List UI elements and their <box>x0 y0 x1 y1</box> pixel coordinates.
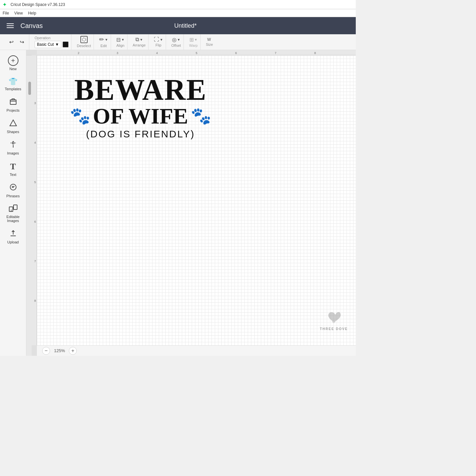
svg-rect-1 <box>10 100 16 104</box>
edit-group: ✏ ▼ Edit <box>97 34 111 50</box>
canvas-label: Canvas <box>20 22 100 30</box>
main-area: + New 👕 Templates Projects Shap <box>0 50 356 356</box>
scroll-track <box>26 55 32 356</box>
canvas-content[interactable]: BEWARE 🐾 OF WIFE 🐾 (DOG IS FRIENDLY) <box>70 75 211 140</box>
menu-file[interactable]: File <box>3 11 9 15</box>
sidebar-item-new[interactable]: + New <box>0 53 26 73</box>
sidebar-item-text[interactable]: T Text <box>0 159 26 179</box>
warp-group: ⊞ ▼ Warp <box>186 34 201 50</box>
text-of-wife: OF WIFE <box>93 105 188 127</box>
ruler-tick-v-3: 3 <box>34 101 36 105</box>
sidebar-item-new-label: New <box>9 67 16 71</box>
operation-label: Operation <box>35 36 69 40</box>
watermark-brand-name: THREE DOVE <box>320 327 348 331</box>
toolbar: ↩ ↪ Operation Basic Cut ▼ Deselect <box>0 34 356 50</box>
sidebar-item-editable-images[interactable]: Editable Images <box>0 202 26 225</box>
sidebar-item-upload[interactable]: Upload <box>0 227 26 247</box>
align-label: Align <box>116 43 124 47</box>
shapes-icon <box>9 119 17 129</box>
operation-value: Basic Cut <box>37 42 54 47</box>
sidebar-item-images[interactable]: Images <box>0 138 26 158</box>
zoom-in-button[interactable]: + <box>69 347 77 355</box>
arrange-button[interactable]: ⧉ <box>135 37 139 42</box>
warp-dropdown-arrow[interactable]: ▼ <box>194 38 198 42</box>
svg-rect-10 <box>14 205 17 210</box>
text-line-wife-row[interactable]: 🐾 OF WIFE 🐾 <box>70 105 211 127</box>
vertical-scrollbar-track[interactable] <box>26 50 32 356</box>
offset-button[interactable]: ◎ <box>172 37 177 43</box>
menu-view[interactable]: View <box>14 11 23 15</box>
ruler-tick-7: 7 <box>275 51 276 55</box>
flip-group: ⛶ ▼ Flip <box>151 34 166 50</box>
sidebar-item-images-label: Images <box>7 151 19 155</box>
paw-right-icon: 🐾 <box>191 108 211 124</box>
offset-label: Offset <box>171 43 181 47</box>
paw-left-icon: 🐾 <box>70 108 90 124</box>
hamburger-line <box>7 23 14 24</box>
arrange-label: Arrange <box>133 43 146 47</box>
deselect-button[interactable] <box>80 36 88 43</box>
flip-button[interactable]: ⛶ <box>154 37 159 42</box>
deselect-group: Deselect <box>74 34 94 50</box>
ruler-tick-2: 2 <box>78 51 79 55</box>
edit-label: Edit <box>100 44 107 48</box>
sidebar-item-phrases-label: Phrases <box>6 194 19 198</box>
flip-dropdown-arrow[interactable]: ▼ <box>160 38 163 42</box>
app-logo: ✦ <box>3 2 7 7</box>
ruler-corner <box>32 50 37 55</box>
sidebar-item-phrases[interactable]: Phrases <box>0 181 26 201</box>
hamburger-line <box>7 25 14 26</box>
sidebar-item-editable-images-label: Editable Images <box>1 215 25 223</box>
text-line-dog[interactable]: (DOG IS FRIENDLY) <box>86 128 195 140</box>
offset-dropdown-arrow[interactable]: ▼ <box>177 38 181 42</box>
upload-icon <box>9 229 17 239</box>
svg-marker-3 <box>10 120 16 126</box>
sidebar-item-templates-label: Templates <box>5 87 21 91</box>
size-group: W Size <box>203 34 215 50</box>
menu-help[interactable]: Help <box>28 11 36 15</box>
bottom-bar: − 125% + <box>37 345 356 356</box>
align-dropdown-arrow[interactable]: ▼ <box>121 38 125 42</box>
warp-button[interactable]: ⊞ <box>189 37 194 43</box>
dropdown-arrow: ▼ <box>55 42 59 47</box>
zoom-out-button[interactable]: − <box>42 347 50 355</box>
ruler-tick-3: 3 <box>117 51 118 55</box>
operation-dropdown[interactable]: Basic Cut ▼ <box>35 41 61 48</box>
ruler-left: 3 4 5 6 7 8 <box>32 55 37 345</box>
warp-label: Warp <box>189 43 198 47</box>
sidebar-item-text-label: Text <box>10 173 16 177</box>
editable-images-icon <box>9 205 17 214</box>
align-button[interactable]: ⊟ <box>116 37 121 43</box>
canvas-workspace[interactable]: BEWARE 🐾 OF WIFE 🐾 (DOG IS FRIENDLY) THR… <box>37 55 356 345</box>
app-name: Cricut Design Space v7.36.123 <box>11 2 65 7</box>
ruler-tick-v-6: 6 <box>34 220 36 223</box>
color-swatch[interactable] <box>63 42 69 47</box>
title-bar: ✦ Cricut Design Space v7.36.123 <box>0 0 356 9</box>
sidebar-item-projects[interactable]: Projects <box>0 95 26 115</box>
sidebar-item-templates[interactable]: 👕 Templates <box>0 75 26 94</box>
deselect-label: Deselect <box>77 44 91 48</box>
arrange-dropdown-arrow[interactable]: ▼ <box>140 38 143 42</box>
edit-pencil-button[interactable]: ✏ <box>99 36 104 43</box>
edit-dropdown-arrow[interactable]: ▼ <box>105 38 108 42</box>
sidebar-item-shapes[interactable]: Shapes <box>0 116 26 136</box>
ruler-top-inner: 2 3 4 5 6 7 8 <box>38 50 354 55</box>
operation-select[interactable]: Basic Cut ▼ <box>35 41 69 48</box>
scroll-thumb[interactable] <box>28 82 31 95</box>
redo-button[interactable]: ↪ <box>17 38 26 47</box>
document-title: Untitled* <box>106 22 266 29</box>
images-icon <box>9 140 17 150</box>
ruler-tick-v-7: 7 <box>34 260 36 263</box>
hamburger-menu-button[interactable] <box>5 22 15 29</box>
header: Canvas Untitled* <box>0 17 356 34</box>
undo-button[interactable]: ↩ <box>7 38 16 47</box>
ruler-tick-v-5: 5 <box>34 181 36 184</box>
sidebar-item-projects-label: Projects <box>7 108 20 112</box>
ruler-tick-v-8: 8 <box>34 299 36 302</box>
text-line-beware[interactable]: BEWARE <box>74 75 207 105</box>
scroll-corner <box>26 50 32 55</box>
canvas-area[interactable]: 2 3 4 5 6 7 8 3 4 5 6 7 8 BEWARE <box>32 50 356 356</box>
projects-icon <box>9 98 17 107</box>
hamburger-line <box>7 27 14 28</box>
sidebar-item-upload-label: Upload <box>7 240 19 244</box>
